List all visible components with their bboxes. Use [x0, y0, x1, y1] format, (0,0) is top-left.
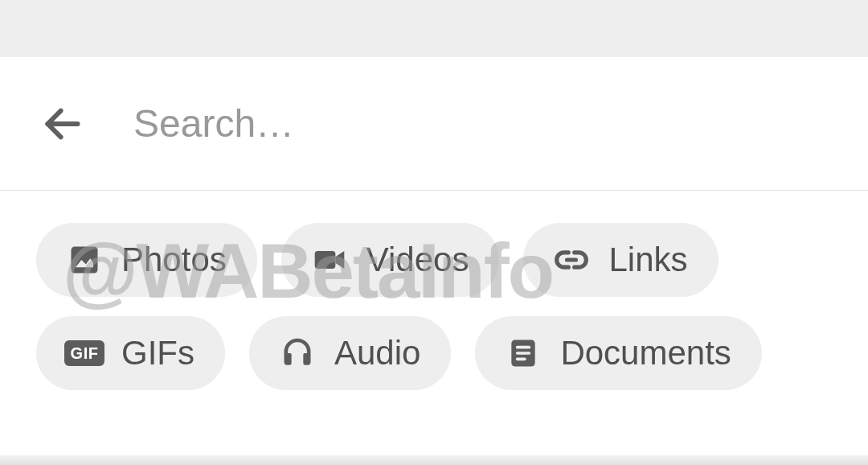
svg-rect-1 [72, 247, 98, 274]
filter-chips-container: Photos Videos Links GIF GIFs [0, 191, 868, 422]
chip-label: Videos [366, 241, 469, 279]
chip-label: Documents [560, 334, 731, 372]
document-icon [506, 335, 541, 371]
filter-chip-gifs[interactable]: GIF GIFs [36, 316, 225, 390]
svg-rect-2 [314, 251, 335, 269]
chip-label: GIFs [121, 334, 194, 372]
status-bar [0, 0, 868, 57]
video-icon [312, 242, 347, 278]
chip-label: Photos [121, 241, 227, 279]
back-arrow-icon[interactable] [40, 101, 85, 146]
filter-chip-documents[interactable]: Documents [475, 316, 761, 390]
photo-icon [67, 242, 102, 278]
filter-chip-links[interactable]: Links [523, 223, 718, 297]
filter-chip-audio[interactable]: Audio [249, 316, 451, 390]
chip-label: Audio [334, 334, 420, 372]
headphones-icon [280, 335, 315, 371]
search-input[interactable] [133, 101, 828, 146]
search-bar [0, 57, 868, 191]
bottom-shadow [0, 455, 868, 465]
link-icon [554, 242, 589, 278]
chip-label: Links [608, 241, 687, 279]
gif-icon: GIF [67, 335, 102, 371]
filter-chip-photos[interactable]: Photos [36, 223, 257, 297]
filter-chip-videos[interactable]: Videos [281, 223, 500, 297]
